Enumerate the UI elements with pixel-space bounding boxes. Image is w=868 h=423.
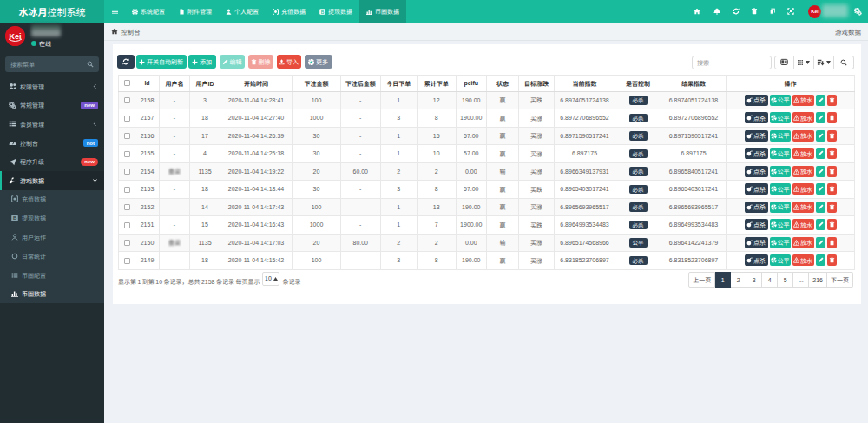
svg-text:Kei: Kei <box>9 32 21 41</box>
svg-text:B: B <box>321 9 325 14</box>
svg-text:B: B <box>12 216 16 221</box>
